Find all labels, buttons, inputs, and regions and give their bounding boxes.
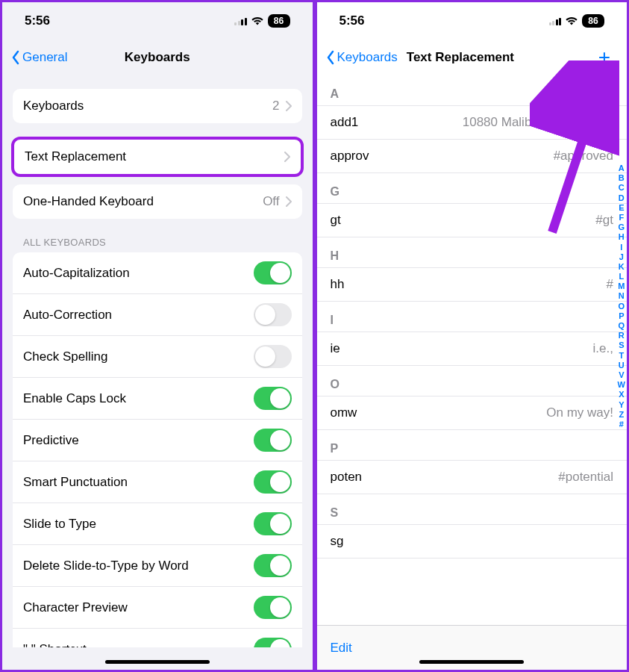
index-letter[interactable]: O [619,302,625,311]
edit-button[interactable]: Edit [331,641,352,656]
home-indicator[interactable] [419,660,524,664]
battery-icon: 86 [582,14,604,28]
row-label: Text Replacement [25,149,126,164]
group-one-handed: One-Handed Keyboard Off [13,184,302,219]
index-letter[interactable]: W [618,380,625,389]
row-toggle[interactable]: Predictive [13,419,302,461]
row-toggle[interactable]: "." Shortcut [13,628,302,647]
toggle-switch[interactable] [254,554,292,577]
index-letter[interactable]: C [619,183,625,192]
index-letter[interactable]: S [619,340,624,349]
row-toggle[interactable]: Auto-Capitalization [13,252,302,293]
row-toggle[interactable]: Auto-Correction [13,293,302,335]
index-letter[interactable]: B [619,173,625,182]
status-time: 5:56 [25,13,50,28]
list-item[interactable]: poten#potential [317,460,628,494]
index-letter[interactable]: R [619,331,625,340]
phrase-text: #gt [595,213,613,228]
row-toggle[interactable]: Character Preview [13,586,302,628]
toggle-switch[interactable] [254,429,292,452]
list-section-header: A [317,75,628,105]
row-toggle[interactable]: Delete Slide-to-Type by Word [13,544,302,586]
toggle-label: "." Shortcut [23,642,87,648]
toggle-switch[interactable] [254,512,292,535]
group-toggles: Auto-CapitalizationAuto-CorrectionCheck … [13,252,302,647]
shortcut-text: add1 [331,115,359,130]
nav-bar: General Keyboards [2,40,313,75]
chevron-left-icon [326,50,335,65]
index-letter[interactable]: K [619,262,625,271]
toggle-switch[interactable] [254,470,292,494]
index-letter[interactable]: Y [619,400,624,409]
chevron-right-icon [286,196,292,207]
shortcut-text: hh [331,277,345,292]
index-letter[interactable]: H [619,232,625,241]
index-letter[interactable]: T [619,351,624,360]
nav-bar: Keyboards Text Replacement + [317,40,628,75]
row-keyboards[interactable]: Keyboards 2 [13,89,302,123]
index-letter[interactable]: V [619,370,624,379]
index-letter[interactable]: U [619,361,625,370]
list-item[interactable]: hh# [317,267,628,302]
row-toggle[interactable]: Slide to Type [13,503,302,544]
index-letter[interactable]: # [619,420,624,429]
list-section-header: O [317,366,628,396]
list-item[interactable]: approv#approved [317,140,628,173]
list-item[interactable]: omwOn my way! [317,396,628,430]
index-letter[interactable]: Z [619,410,624,419]
index-letter[interactable]: D [619,193,625,202]
home-indicator[interactable] [105,660,210,664]
status-icons: 86 [549,14,605,28]
shortcut-text: sg [331,534,344,549]
content-area: Keyboards 2 Text Replacement One-Handed … [2,75,313,647]
row-one-handed[interactable]: One-Handed Keyboard Off [13,184,302,219]
shortcut-text: approv [331,149,369,164]
back-button[interactable]: General [11,50,67,65]
toggle-switch[interactable] [254,261,292,284]
toggle-label: Smart Punctuation [23,475,128,490]
index-letter[interactable]: M [618,281,625,290]
index-bar[interactable]: ABCDEFGHIJKLMNOPQRSTUVWXYZ# [618,164,625,429]
phrase-text: i.e., [593,341,613,356]
toggle-label: Delete Slide-to-Type by Word [23,559,189,573]
index-letter[interactable]: I [620,243,622,252]
index-letter[interactable]: X [619,390,624,399]
row-toggle[interactable]: Smart Punctuation [13,461,302,503]
toggle-switch[interactable] [254,345,292,368]
toggle-label: Auto-Correction [23,308,112,323]
section-header-all-keyboards: ALL KEYBOARDS [2,219,313,252]
list-item[interactable]: iei.e., [317,332,628,366]
index-letter[interactable]: N [619,291,625,300]
index-letter[interactable]: L [619,272,624,281]
wifi-icon [565,16,578,26]
phrase-text: # [607,277,613,292]
add-button[interactable]: + [591,46,618,69]
index-letter[interactable]: E [619,203,624,212]
list-section-header: I [317,302,628,332]
toggle-switch[interactable] [254,638,292,647]
index-letter[interactable]: G [619,223,625,231]
row-text-replacement[interactable]: Text Replacement [14,140,301,174]
index-letter[interactable]: Q [619,321,625,330]
list-item[interactable]: add110880 Malibu Point, 90265 [317,105,628,140]
row-toggle[interactable]: Check Spelling [13,335,302,377]
index-letter[interactable]: F [619,213,624,222]
toggle-switch[interactable] [254,303,292,326]
group-keyboards: Keyboards 2 [13,89,302,123]
replacement-list[interactable]: Aadd110880 Malibu Point, 90265approv#app… [317,75,628,625]
phrase-text: #potential [558,470,613,485]
index-letter[interactable]: P [619,311,624,320]
one-handed-value: Off [263,194,279,209]
toggle-switch[interactable] [254,596,292,619]
phrase-text: 10880 Malibu Point, 90265 [463,115,613,130]
list-item[interactable]: gt#gt [317,203,628,237]
status-time: 5:56 [339,13,365,28]
back-button[interactable]: Keyboards [326,50,398,65]
toggle-switch[interactable] [254,387,292,410]
index-letter[interactable]: J [619,252,624,261]
row-toggle[interactable]: Enable Caps Lock [13,377,302,419]
list-item[interactable]: sg [317,524,628,559]
index-letter[interactable]: A [619,164,625,172]
phrase-text: On my way! [546,405,613,420]
page-title: Text Replacement [407,50,591,65]
